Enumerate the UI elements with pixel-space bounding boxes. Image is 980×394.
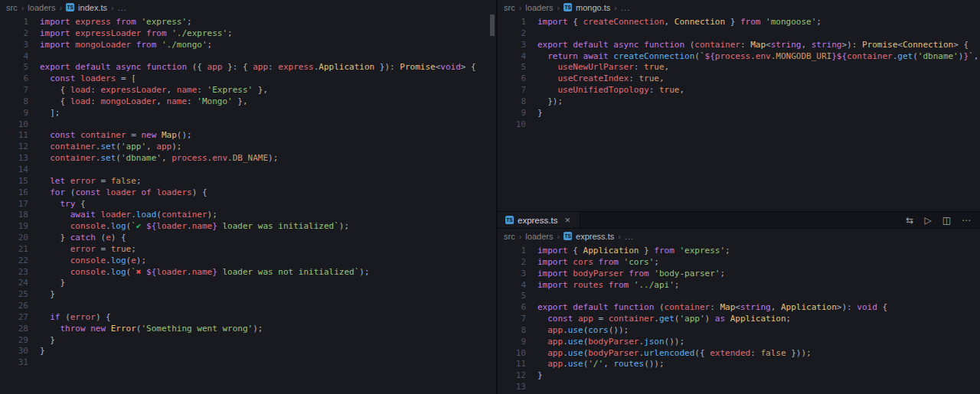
code-line[interactable]: 16 for (const loader of loaders) { [0,187,496,199]
line-number[interactable]: 11 [498,359,526,370]
code-line[interactable]: 31 [0,357,496,369]
line-number[interactable]: 28 [0,324,28,335]
line-number[interactable]: 7 [498,85,526,96]
code-line[interactable]: 13 container.set('dbname', process.env.D… [0,153,496,164]
code-line[interactable]: 2 [498,28,980,40]
line-number[interactable]: 6 [498,73,526,85]
line-number[interactable]: 10 [498,119,526,131]
line-number[interactable]: 12 [0,142,28,153]
code-line[interactable]: 3import mongoLoader from './mongo'; [0,40,496,51]
breadcrumb-file-name[interactable]: express.ts [576,232,614,241]
line-number[interactable]: 2 [0,28,28,40]
line-number[interactable]: 9 [498,108,526,119]
code-line[interactable]: 4 return await createConnection(`${proce… [498,51,980,63]
line-number[interactable]: 18 [0,210,28,221]
code-line[interactable]: 29 } [0,335,496,347]
code-line[interactable]: 7 useUnifiedTopology: true, [498,85,980,96]
code-line[interactable]: 8 { load: mongoLoader, name: 'Mongo' }, [0,96,496,108]
code-line[interactable]: 13 [498,382,980,393]
breadcrumb-item-src[interactable]: src [6,3,18,12]
line-number[interactable]: 13 [0,153,28,164]
line-number[interactable]: 1 [0,17,28,28]
code-line[interactable]: 21 error = true; [0,244,496,256]
breadcrumb-item-src[interactable]: src [504,3,515,12]
code-line[interactable]: 28 throw new Error('Something went wrong… [0,324,496,335]
code-line[interactable]: 10 app.use(bodyParser.urlencoded({ exten… [498,348,980,360]
code-line[interactable]: 7 const app = container.get('app') as Ap… [498,314,980,325]
line-number[interactable]: 2 [498,28,526,40]
breadcrumb-symbol-tail[interactable]: ... [621,3,630,12]
line-number[interactable]: 5 [0,62,28,73]
code-line[interactable]: 2import cors from 'cors'; [498,257,980,269]
run-icon[interactable]: ▷ [924,216,931,225]
line-number[interactable]: 7 [0,85,28,96]
code-line[interactable]: 12 container.set('app', app); [0,142,496,153]
line-number[interactable]: 19 [0,221,28,233]
code-line[interactable]: 9 ]; [0,108,496,119]
line-number[interactable]: 20 [0,233,28,244]
breadcrumb-symbol-tail[interactable]: ... [118,3,127,12]
line-number[interactable]: 5 [498,291,526,302]
code-line[interactable]: 1import express from 'express'; [0,17,496,28]
code-line[interactable]: 10 [498,119,980,131]
line-number[interactable]: 26 [0,301,28,312]
code-line[interactable]: 9 app.use(bodyParser.json()); [498,337,980,348]
breadcrumb-item-src[interactable]: src [504,232,515,241]
code-line[interactable]: 12} [498,370,980,382]
code-line[interactable]: 4 [0,51,496,63]
breadcrumb-item-loaders[interactable]: loaders [525,232,553,241]
code-line[interactable]: 1import { createConnection, Connection }… [498,17,980,28]
line-number[interactable]: 24 [0,278,28,289]
line-number[interactable]: 2 [498,257,526,269]
line-number[interactable]: 30 [0,346,28,357]
code-line[interactable]: 26 [0,301,496,312]
line-number[interactable]: 5 [498,62,526,73]
code-line[interactable]: 5 [498,291,980,302]
line-number[interactable]: 16 [0,187,28,199]
code-line[interactable]: 6 useCreateIndex: true, [498,73,980,85]
line-number[interactable]: 8 [498,96,526,108]
open-changes-icon[interactable]: ⇆ [906,216,913,225]
line-number[interactable]: 25 [0,289,28,301]
line-number[interactable]: 4 [0,51,28,63]
code-line[interactable]: 10 [0,119,496,131]
code-line[interactable]: 17 try { [0,199,496,210]
line-number[interactable]: 12 [498,370,526,382]
line-number[interactable]: 8 [498,325,526,337]
line-number[interactable]: 14 [0,164,28,176]
breadcrumb-file-name[interactable]: index.ts [78,3,107,12]
code-line[interactable]: 8 }); [498,96,980,108]
line-number[interactable]: 11 [0,130,28,142]
close-icon[interactable]: × [563,215,572,225]
code-line[interactable]: 11 const container = new Map(); [0,130,496,142]
line-number[interactable]: 3 [498,40,526,51]
code-line[interactable]: 4import routes from '../api'; [498,280,980,291]
code-line[interactable]: 9} [498,108,980,119]
line-number[interactable]: 29 [0,335,28,347]
line-number[interactable]: 8 [0,96,28,108]
line-number[interactable]: 13 [498,382,526,393]
line-number[interactable]: 22 [0,256,28,267]
more-actions-icon[interactable]: ⋯ [962,216,971,225]
line-number[interactable]: 23 [0,267,28,278]
vertical-scrollbar[interactable] [490,15,495,36]
code-line[interactable]: 11 app.use('/', routes()); [498,359,980,370]
line-number[interactable]: 1 [498,17,526,28]
code-line[interactable]: 27 if (error) { [0,312,496,324]
line-number[interactable]: 4 [498,280,526,291]
code-line[interactable]: 5 useNewUrlParser: true, [498,62,980,73]
breadcrumb-item-loaders[interactable]: loaders [28,3,55,12]
line-number[interactable]: 9 [0,108,28,119]
line-number[interactable]: 7 [498,314,526,325]
breadcrumb-item-loaders[interactable]: loaders [525,3,553,12]
code-line[interactable]: 15 let error = false; [0,176,496,187]
code-line[interactable]: 22 console.log(e); [0,256,496,267]
line-number[interactable]: 21 [0,244,28,256]
code-line[interactable]: 2import expressLoader from './express'; [0,28,496,40]
line-number[interactable]: 10 [498,348,526,360]
line-number[interactable]: 6 [498,302,526,314]
tab-express-ts[interactable]: TS express.ts × [498,212,580,228]
line-number[interactable]: 27 [0,312,28,324]
code-line[interactable]: 8 app.use(cors()); [498,325,980,337]
breadcrumb-file-name[interactable]: mongo.ts [576,3,610,12]
